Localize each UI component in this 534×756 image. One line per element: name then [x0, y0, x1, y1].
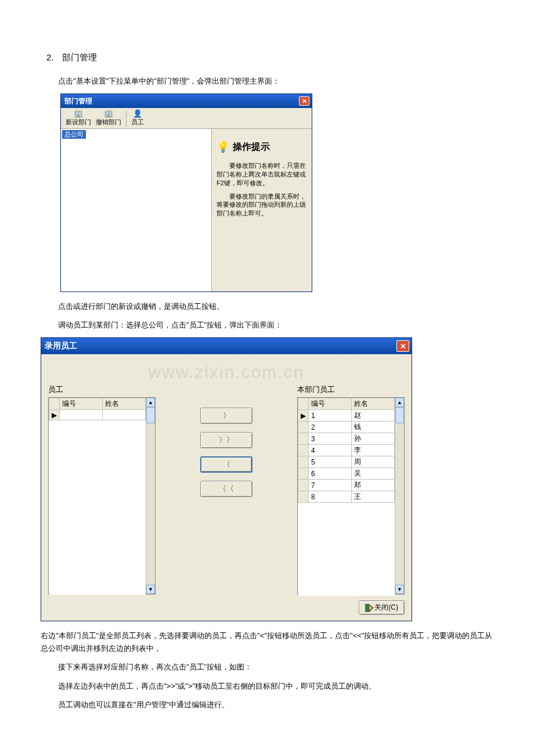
row-pointer-icon: ▶	[298, 410, 309, 422]
move-left-button[interactable]: 〈	[200, 456, 252, 473]
table-row[interactable]: 4李	[298, 445, 395, 456]
window-hire-employee: 录用员工 ✕ www.zixin.com.cn 员工 编号 姓名 ▶	[41, 337, 412, 621]
paragraph-6: 选择左边列表中的员工，再点击">>"或">"移动员工至右侧的目标部门中，即可完成…	[58, 680, 493, 693]
table-row[interactable]: ▶1赵	[298, 410, 395, 422]
scroll-up-icon[interactable]: ▲	[146, 398, 155, 407]
right-grid-table[interactable]: 编号 姓名 ▶1赵2钱3孙4李5周6吴7郑8王	[298, 398, 395, 596]
section-title: 部门管理	[62, 52, 97, 62]
paragraph-3: 调动员工到某部门：选择总公司，点击"员工"按钮，弹出下面界面：	[58, 319, 493, 332]
row-header	[298, 491, 309, 503]
toolbar: 🏢 新设部门 🏢 撤销部门 👤 员工	[61, 108, 312, 129]
row-header	[298, 445, 309, 456]
cell-name[interactable]: 赵	[352, 410, 395, 422]
row-header	[298, 433, 309, 445]
del-dept-icon: 🏢	[103, 109, 114, 118]
cell-id[interactable]: 6	[309, 468, 352, 480]
move-left-all-button[interactable]: 〈〈	[200, 481, 252, 497]
cell-id[interactable]: 8	[309, 491, 352, 503]
cell-name[interactable]: 钱	[352, 422, 395, 433]
right-list-title: 本部门员工	[297, 384, 405, 395]
row-pointer-icon: ▶	[49, 410, 60, 420]
cell-name[interactable]: 周	[352, 456, 395, 468]
window-body: 🏢 新设部门 🏢 撤销部门 👤 员工 总公司 💡 操作提示	[61, 108, 312, 291]
window-body: www.zixin.com.cn 员工 编号 姓名 ▶	[41, 354, 412, 621]
cell-name[interactable]: 郑	[352, 480, 395, 491]
cell-name[interactable]	[103, 410, 146, 420]
scroll-down-icon[interactable]: ▼	[146, 585, 155, 594]
dept-tree[interactable]: 总公司	[61, 129, 212, 291]
cell-id[interactable]: 7	[309, 480, 352, 491]
move-right-all-button[interactable]: 〉〉	[200, 432, 252, 448]
cell-name[interactable]: 李	[352, 445, 395, 456]
scroll-thumb[interactable]	[146, 407, 155, 423]
row-header	[298, 422, 309, 433]
table-row[interactable]: 8王	[298, 491, 395, 503]
titlebar[interactable]: 录用员工 ✕	[41, 338, 412, 354]
col-id[interactable]: 编号	[309, 398, 352, 410]
col-name[interactable]: 姓名	[103, 398, 146, 410]
cell-id[interactable]: 3	[309, 433, 352, 445]
right-list-column: 本部门员工 编号 姓名 ▶1赵2钱3孙4李5周6吴7郑8王 ▲ ▼	[297, 384, 405, 595]
scroll-thumb[interactable]	[395, 407, 404, 423]
section-heading: 2. 部门管理	[41, 52, 493, 63]
section-number: 2.	[46, 52, 54, 62]
left-list-column: 员工 编号 姓名 ▶	[48, 384, 156, 595]
cell-name[interactable]: 孙	[352, 433, 395, 445]
grid-header-row: 编号 姓名	[49, 398, 146, 410]
grid-header-row: 编号 姓名	[298, 398, 395, 410]
right-scrollbar[interactable]: ▲ ▼	[395, 398, 404, 594]
table-row[interactable]: 3孙	[298, 433, 395, 445]
lightbulb-icon: 💡	[217, 141, 229, 153]
del-dept-button[interactable]: 🏢 撤销部门	[93, 108, 124, 127]
table-row[interactable]: 2钱	[298, 422, 395, 433]
close-icon[interactable]: ✕	[299, 96, 309, 106]
move-right-button[interactable]: 〉	[200, 408, 252, 424]
cell-name[interactable]: 王	[352, 491, 395, 503]
table-row[interactable]: 5周	[298, 456, 395, 468]
employee-button[interactable]: 👤 员工	[129, 108, 146, 127]
row-header-blank	[298, 398, 309, 410]
table-row[interactable]: 7郑	[298, 480, 395, 491]
tree-root-node[interactable]: 总公司	[62, 130, 86, 139]
tip-paragraph-2: 要修改部门的隶属关系时，将要修改的部门拖动到新的上级部门名称上即可。	[217, 192, 307, 218]
paragraph-5: 接下来再选择对应部门名称，再次点击"员工"按钮，如图：	[58, 661, 493, 674]
new-dept-icon: 🏢	[73, 109, 84, 118]
window-title: 录用员工	[45, 341, 77, 351]
cell-id[interactable]: 5	[309, 456, 352, 468]
row-header-blank	[49, 398, 60, 410]
close-window-button[interactable]: 关闭(C)	[359, 600, 405, 615]
paragraph-7: 员工调动也可以直接在"用户管理"中通过编辑进行。	[58, 699, 493, 711]
tip-heading: 💡 操作提示	[217, 141, 307, 153]
window-footer: 关闭(C)	[48, 600, 405, 615]
cell-id[interactable]: 4	[309, 445, 352, 456]
new-dept-button[interactable]: 🏢 新设部门	[63, 108, 93, 127]
scroll-down-icon[interactable]: ▼	[395, 585, 404, 594]
titlebar[interactable]: 部门管理 ✕	[61, 94, 312, 108]
col-name[interactable]: 姓名	[352, 398, 395, 410]
del-dept-label: 撤销部门	[96, 118, 121, 127]
employee-label: 员工	[131, 118, 144, 127]
paragraph-2: 点击或进行部门的新设或撤销，是调动员工按钮。	[58, 300, 493, 313]
table-row[interactable]: 6吴	[298, 468, 395, 480]
scroll-up-icon[interactable]: ▲	[395, 398, 404, 407]
close-button-label: 关闭(C)	[374, 603, 398, 613]
cell-id[interactable]: 2	[309, 422, 352, 433]
scroll-track[interactable]	[146, 423, 155, 585]
table-row[interactable]: ▶	[49, 410, 146, 420]
close-icon[interactable]: ✕	[396, 340, 409, 352]
grid-filler	[298, 503, 395, 596]
move-buttons-column: 〉 〉〉 〈 〈〈	[156, 384, 297, 497]
cell-name[interactable]: 吴	[352, 468, 395, 480]
exit-door-icon	[365, 604, 372, 612]
right-grid[interactable]: 编号 姓名 ▶1赵2钱3孙4李5周6吴7郑8王 ▲ ▼	[297, 397, 405, 595]
grid-filler	[49, 420, 146, 595]
scroll-track[interactable]	[395, 423, 404, 585]
col-id[interactable]: 编号	[60, 398, 103, 410]
cell-id[interactable]	[60, 410, 103, 420]
cell-id[interactable]: 1	[309, 410, 352, 422]
row-header	[298, 456, 309, 468]
left-scrollbar[interactable]: ▲ ▼	[146, 398, 155, 594]
left-grid-table[interactable]: 编号 姓名 ▶	[49, 398, 146, 595]
paragraph-1: 点击"基本设置"下拉菜单中的"部门管理"，会弹出部门管理主界面：	[58, 75, 493, 88]
left-grid[interactable]: 编号 姓名 ▶ ▲ ▼	[48, 397, 156, 595]
